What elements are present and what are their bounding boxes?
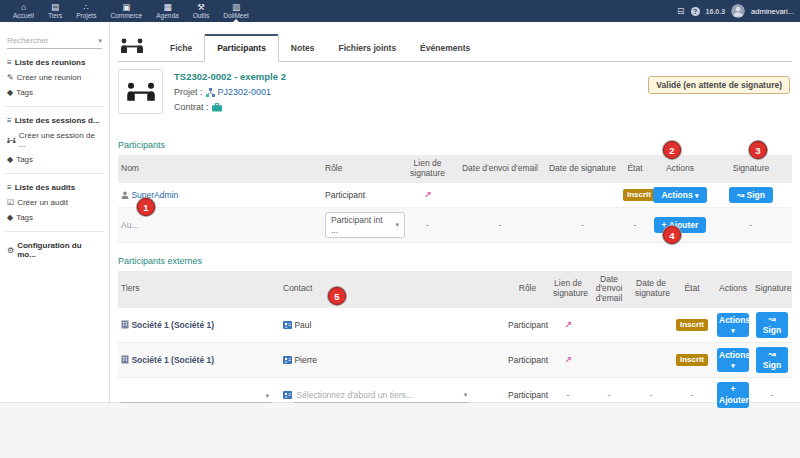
company-link[interactable]: Société 1 (Société 1) <box>131 355 214 365</box>
username-label[interactable]: adminevari... <box>751 7 794 16</box>
add-button-label: Ajouter <box>719 395 747 406</box>
navbar-item-accueil[interactable]: ⌂ Accueil <box>6 0 41 22</box>
company-icon <box>121 355 129 364</box>
col-lien-signature: Lien de signature <box>550 271 586 308</box>
external-header-row: Tiers Contact Rôle Lien de signature Dat… <box>118 271 792 308</box>
sidebar-item-liste-audits[interactable]: ≡ Liste des audits <box>7 183 102 192</box>
project-icon <box>206 88 215 97</box>
user-select[interactable]: Au... <box>121 220 138 230</box>
tab-fichiers-joints[interactable]: Fichiers joints <box>326 36 408 61</box>
print-icon[interactable]: ⊟ <box>677 6 685 16</box>
actions-button[interactable]: Actions ▾ <box>717 348 749 372</box>
col-nom: Nom <box>118 155 322 183</box>
actions-button[interactable]: Actions ▾ <box>717 313 749 337</box>
tools-icon: ⚒ <box>197 3 205 12</box>
chevron-down-icon[interactable]: ▾ <box>98 37 102 45</box>
col-date-signature: Date de signature <box>545 155 620 183</box>
participant-name-link[interactable]: SuperAdmin <box>131 190 178 200</box>
company-icon <box>121 320 129 329</box>
sidebar-section-label: Liste des audits <box>15 183 75 192</box>
company-link[interactable]: Société 1 (Société 1) <box>131 320 214 330</box>
divider <box>5 231 104 232</box>
status-inscrit-badge: Inscrit <box>676 319 708 331</box>
tab-evenements[interactable]: Événements <box>408 36 482 61</box>
thirdparty-select[interactable]: ▾ <box>121 390 271 403</box>
project-link[interactable]: PJ2302-0001 <box>218 87 272 97</box>
external-row: Société 1 (Société 1) Paul Participant ↗… <box>118 308 792 343</box>
contact-select[interactable]: Sélectionnez d'abord un tiers... ▾ <box>294 388 469 403</box>
sign-button[interactable]: ↝ Sign <box>756 312 788 338</box>
tab-notes[interactable]: Notes <box>279 36 327 61</box>
sign-button[interactable]: ↝ Sign <box>756 347 788 373</box>
gear-icon: ⚙ <box>7 246 14 255</box>
signature-link-icon[interactable]: ↗ <box>564 355 572 365</box>
empty-value: - <box>771 390 774 400</box>
sidebar-item-creer-audit[interactable]: ☑ Créer un audit <box>7 198 102 207</box>
add-external-button[interactable]: + Ajouter <box>717 382 749 408</box>
sidebar-item-liste-sessions[interactable]: ≡ Liste des sessions d... <box>7 116 102 125</box>
navbar-item-dolimeet[interactable]: ▥ DoliMeet <box>216 0 256 22</box>
sign-button[interactable]: ↝ Sign <box>729 187 773 203</box>
page-title[interactable]: TS2302-0002 - exemple 2 <box>174 71 286 82</box>
meeting-module-icon <box>120 38 144 56</box>
navbar-item-projets[interactable]: ∴ Projets <box>69 0 103 22</box>
help-icon[interactable]: ? <box>691 7 700 16</box>
actions-button[interactable]: Actions ▾ <box>653 187 706 203</box>
sidebar-item-tags-audits[interactable]: ◆ Tags <box>7 213 102 222</box>
contact-select-placeholder: Sélectionnez d'abord un tiers... <box>296 390 412 400</box>
sidebar-item-creer-reunion[interactable]: ✎ Créer une réunion <box>7 73 102 82</box>
signature-pen-icon: ↝ <box>758 314 786 325</box>
object-banner: TS2302-0002 - exemple 2 Projet : PJ2302-… <box>118 69 792 127</box>
sidebar-item-configuration[interactable]: ⚙ Configuration du mo... <box>7 241 102 259</box>
sidebar-item-label: Tags <box>16 213 33 222</box>
role-select[interactable]: Participant int ... ▾ <box>325 212 405 238</box>
contact-link[interactable]: Paul <box>294 320 311 330</box>
external-role-cell: Participant <box>505 378 550 413</box>
project-label: Projet : <box>174 87 203 97</box>
sidebar-item-label: Créer un audit <box>17 198 68 207</box>
participant-row: SuperAdmin Participant ↗ Inscrit Actions… <box>118 183 792 208</box>
navbar-item-label: Accueil <box>13 12 34 19</box>
contact-link[interactable]: Pierre <box>294 355 317 365</box>
home-icon: ⌂ <box>21 3 26 12</box>
tabs-bar: Fiche Participants Notes Fichiers joints… <box>118 28 792 62</box>
col-contact: Contact <box>280 271 505 308</box>
contract-briefcase-icon[interactable] <box>212 103 222 112</box>
navbar-item-commerce[interactable]: ▣ Commerce <box>103 0 149 22</box>
navbar-item-tiers[interactable]: ▤ Tiers <box>41 0 69 22</box>
avatar[interactable] <box>731 4 745 18</box>
navbar-item-outils[interactable]: ⚒ Outils <box>186 0 217 22</box>
signature-date-cell <box>632 342 670 377</box>
navbar-item-label: Outils <box>193 12 210 19</box>
navbar-right: ⊟ ? 16.0.3 adminevari... <box>677 4 794 18</box>
sidebar-item-label: Créer une réunion <box>17 73 81 82</box>
actions-button-label: Actions <box>719 350 747 361</box>
chevron-down-icon: ▾ <box>464 391 468 399</box>
main-content: Fiche Participants Notes Fichiers joints… <box>110 22 800 402</box>
external-section-title: Participants externes <box>118 256 792 266</box>
divider <box>5 173 104 174</box>
sidebar-item-label: Créer une session de ... <box>19 131 102 149</box>
chevron-down-icon: ▾ <box>395 221 399 229</box>
col-actions: Actions <box>714 271 752 308</box>
navbar-item-agenda[interactable]: ▦ Agenda <box>149 0 185 22</box>
empty-value: - <box>581 220 584 230</box>
sidebar-search: ▾ <box>7 36 102 49</box>
signature-date-cell <box>632 308 670 343</box>
search-input[interactable] <box>7 36 87 45</box>
avatar-person-icon <box>731 4 745 18</box>
empty-value: - <box>426 220 429 230</box>
tab-participants[interactable]: Participants <box>204 34 279 62</box>
empty-value: - <box>650 390 653 400</box>
signature-date-cell <box>545 183 620 208</box>
tab-fiche[interactable]: Fiche <box>158 36 204 61</box>
signature-link-icon[interactable]: ↗ <box>564 320 572 330</box>
sidebar-item-tags-reunions[interactable]: ◆ Tags <box>7 88 102 97</box>
audit-icon: ☑ <box>7 198 14 207</box>
signature-link-icon[interactable]: ↗ <box>424 190 432 200</box>
sidebar-item-liste-reunions[interactable]: ≡ Liste des réunions <box>7 58 102 67</box>
navbar-menu: ⌂ Accueil ▤ Tiers ∴ Projets ▣ Commerce ▦… <box>6 0 256 22</box>
chevron-down-icon: ▾ <box>719 326 747 335</box>
sidebar-item-creer-session[interactable]: Créer une session de ... <box>7 131 102 149</box>
sidebar-item-tags-sessions[interactable]: ◆ Tags <box>7 155 102 164</box>
